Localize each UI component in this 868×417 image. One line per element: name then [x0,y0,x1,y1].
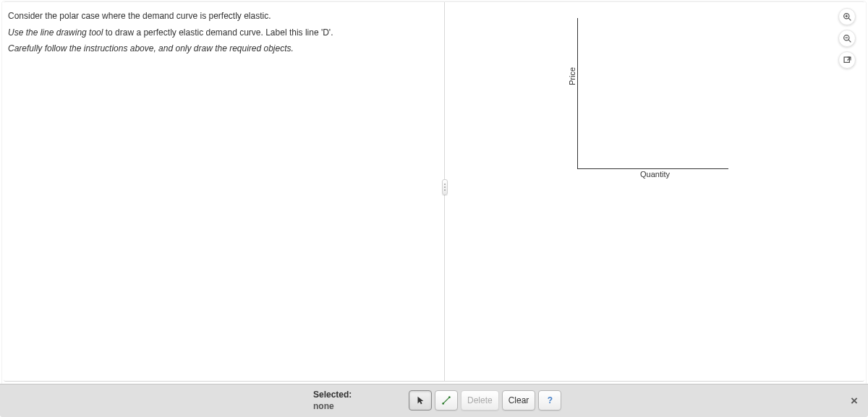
zoom-out-button[interactable] [838,30,856,47]
bottom-toolbar: Selected: none Delete Clear ? × [0,384,868,417]
clear-button[interactable]: Clear [502,390,536,410]
delete-button[interactable]: Delete [461,390,499,410]
pointer-icon [415,395,425,405]
instruction-line-3: Carefully follow the instructions above,… [8,42,437,56]
svg-line-11 [443,397,450,404]
content-area: Consider the polar case where the demand… [4,1,864,382]
plot-area[interactable] [577,18,728,169]
selection-value: none [313,400,352,412]
y-axis-label: Price [568,67,576,85]
help-button[interactable]: ? [538,390,561,410]
svg-rect-7 [844,57,849,62]
expand-icon [843,56,852,65]
help-icon: ? [548,395,553,405]
zoom-in-button[interactable] [838,8,856,25]
instructions-panel: Consider the polar case where the demand… [4,2,444,381]
zoom-in-icon [843,12,852,22]
zoom-out-icon [843,34,852,43]
close-button[interactable]: × [851,394,858,408]
svg-line-1 [848,18,851,20]
line-tool-icon [441,395,451,405]
selection-status: Selected: none [313,389,352,412]
expand-button[interactable] [838,51,856,69]
x-axis-label: Quantity [640,170,670,179]
line-tool-button[interactable] [435,390,458,410]
drawing-tools: Delete Clear ? [409,390,561,410]
instruction-line-1: Consider the polar case where the demand… [8,9,437,23]
graph-panel: Price Quantity [445,2,864,381]
selection-label: Selected: [313,389,352,400]
pointer-tool-button[interactable] [409,390,432,410]
svg-line-5 [848,40,851,42]
graph-tool-buttons [838,8,856,69]
instruction-line-2-prefix: Use the line drawing tool [8,27,106,38]
instruction-line-2-rest: to draw a perfectly elastic demand curve… [106,27,333,38]
instruction-line-2: Use the line drawing tool to draw a perf… [8,26,437,40]
